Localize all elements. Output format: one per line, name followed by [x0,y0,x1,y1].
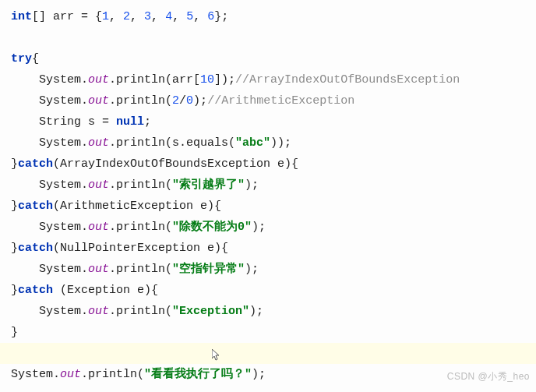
text: } [11,284,18,297]
code-line: } [11,326,18,339]
code-line: }catch(ArithmeticException e){ [11,200,221,213]
text: System. [11,368,60,381]
field-out: out [88,94,109,108]
number: 2 [123,10,130,23]
code-line: System.out.println("Exception"); [11,305,263,318]
code-line: String s = null; [11,115,151,129]
field-out: out [88,305,109,318]
string: "Exception" [172,305,249,318]
text: .println( [109,221,172,234]
code-line: System.out.println(2/0);//ArithmeticExce… [11,94,354,108]
text: (NullPointerException e){ [53,242,228,255]
text: (ArithmeticException e){ [53,200,221,213]
code-line: }catch (Exception e){ [11,284,158,297]
number: 0 [186,94,193,108]
field-out: out [60,368,81,381]
text: ; [144,115,151,129]
text: }; [214,10,228,23]
code-line: System.out.println(arr[10]);//ArrayIndex… [11,73,460,87]
text: .println( [109,263,172,276]
number: 5 [186,10,193,23]
text: ); [252,221,266,234]
field-out: out [88,136,109,150]
text: .println( [109,178,172,192]
text: System. [11,94,88,108]
keyword-null: null [116,115,144,129]
code-line: }catch(ArrayIndexOutOfBoundsException e)… [11,157,298,171]
code-line: }catch(NullPointerException e){ [11,242,228,255]
number: 2 [172,94,179,108]
text: .println(arr[ [109,73,200,87]
text: .println( [109,305,172,318]
keyword-catch: catch [18,200,53,213]
field-out: out [88,263,109,276]
text: , [130,10,144,23]
text: / [179,94,186,108]
text: } [11,200,18,213]
comment: //ArrayIndexOutOfBoundsException [235,73,460,87]
text: [] arr = { [32,10,102,23]
text: ); [245,178,259,192]
text: , [151,10,165,23]
string: "看看我执行了吗？" [144,368,252,381]
text: } [11,157,18,171]
code-line: System.out.println("除数不能为0"); [11,221,266,234]
text: } [11,326,18,339]
text: ); [193,94,207,108]
keyword-catch: catch [18,242,53,255]
text: .println( [109,94,172,108]
text: System. [11,178,88,192]
keyword-try: try [11,52,32,65]
code-line: int[] arr = {1, 2, 3, 4, 5, 6}; [11,10,228,23]
field-out: out [88,221,109,234]
field-out: out [88,178,109,192]
text: System. [11,73,88,87]
text: System. [11,305,88,318]
string: "abc" [235,136,270,150]
text: ); [245,263,259,276]
text: (ArrayIndexOutOfBoundsException e){ [53,157,298,171]
comment: //ArithmeticException [207,94,354,108]
number: 10 [200,73,214,87]
code-line: try{ [11,52,39,65]
text: { [32,52,39,65]
text: ]); [214,73,235,87]
number: 4 [165,10,172,23]
number: 1 [102,10,109,23]
string: "空指针异常" [172,263,245,276]
number: 3 [144,10,151,23]
number: 6 [207,10,214,23]
code-block: int[] arr = {1, 2, 3, 4, 5, 6}; try{ Sys… [0,0,536,385]
string: "除数不能为0" [172,221,252,234]
code-line: System.out.println("空指针异常"); [11,263,259,276]
keyword-int: int [11,10,32,23]
text: ); [252,368,266,381]
text: System. [11,221,88,234]
keyword-catch: catch [18,157,53,171]
code-line: System.out.println(s.equals("abc")); [11,136,291,150]
text: } [11,242,18,255]
text: , [193,10,207,23]
text: (Exception e){ [53,284,158,297]
text: , [109,10,123,23]
text: , [172,10,186,23]
text: System. [11,136,88,150]
text: .println( [81,368,144,381]
code-line: System.out.println("索引越界了"); [11,178,259,192]
field-out: out [88,73,109,87]
keyword-catch: catch [18,284,53,297]
text: System. [11,263,88,276]
text: )); [270,136,291,150]
text: .println(s.equals( [109,136,235,150]
text: ); [249,305,263,318]
code-line: System.out.println("看看我执行了吗？"); [11,368,266,381]
string: "索引越界了" [172,178,245,192]
text: String s = [11,115,116,129]
